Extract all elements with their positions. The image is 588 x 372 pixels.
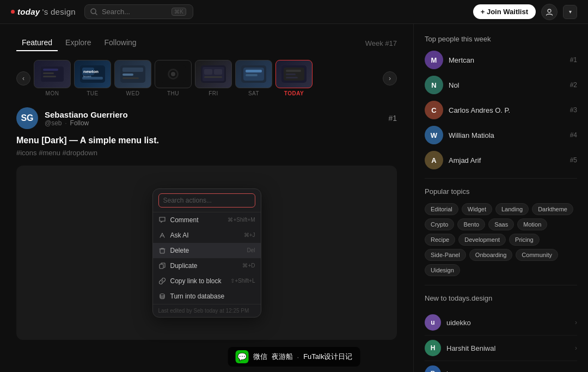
- carousel-thumb-sat: [235, 60, 272, 88]
- menu-item-turn-into-db[interactable]: Turn into database: [153, 289, 261, 304]
- carousel-day-label-mon: MON: [46, 90, 59, 96]
- post-author-handle: @seb: [45, 119, 62, 127]
- topic-onboarding[interactable]: Onboarding: [469, 249, 513, 261]
- search-shortcut: ⌘K: [171, 8, 186, 16]
- comment-icon: [158, 216, 166, 224]
- menu-item-label-comment: Comment: [170, 216, 224, 224]
- new-user-avatar-uidekko: u: [425, 314, 441, 331]
- svg-rect-6: [43, 76, 56, 77]
- watermark-subtitle: FuTalk设计日记: [303, 352, 352, 362]
- carousel-day-wed[interactable]: WED: [114, 60, 151, 96]
- menu-item-label-delete: Delete: [170, 247, 243, 254]
- wechat-icon: 💬: [236, 350, 249, 363]
- topic-side-panel[interactable]: Side-Panel: [425, 249, 466, 261]
- tab-featured[interactable]: Featured: [16, 35, 58, 51]
- day-carousel: ‹ MON: [16, 60, 397, 96]
- left-panel: Featured Explore Following Week #17 ‹: [0, 24, 414, 372]
- topic-editorial[interactable]: Editorial: [425, 203, 458, 215]
- copy-link-icon: [158, 277, 166, 285]
- user-icon-button[interactable]: [541, 4, 558, 20]
- menu-item-delete[interactable]: Delete ▸ Del: [153, 243, 261, 258]
- svg-rect-5: [43, 72, 54, 74]
- menu-item-comment[interactable]: Comment ⌘+Shift+M: [153, 212, 261, 228]
- post-title-bold: Menu [Dark]: [16, 136, 66, 145]
- topic-development[interactable]: Development: [458, 234, 506, 246]
- person-row-4[interactable]: W Willian Matiola #4: [425, 126, 577, 144]
- logo: today 's design: [11, 7, 76, 16]
- topic-pricing[interactable]: Pricing: [509, 234, 540, 246]
- menu-item-kbd-copy-link: ⇧+Shift+L: [230, 278, 255, 284]
- watermark-platform: 微信: [253, 352, 267, 362]
- menu-item-kbd-delete: Del: [247, 247, 255, 253]
- ask-ai-icon: [158, 231, 166, 239]
- person-name-1: Mertcan: [449, 56, 474, 64]
- person-rank-3: #3: [570, 106, 577, 114]
- carousel-day-today[interactable]: TODAY: [275, 60, 313, 96]
- topic-uidesign[interactable]: Uidesign: [425, 264, 460, 276]
- topic-motion[interactable]: Motion: [517, 218, 547, 230]
- topics-grid: Editorial Widget Landing Darktheme Crypt…: [425, 203, 577, 276]
- new-user-boyce[interactable]: B boyce ›: [425, 361, 577, 372]
- person-name-4: Willian Matiola: [449, 131, 494, 139]
- user-icon: [546, 8, 553, 16]
- tab-explore[interactable]: Explore: [60, 35, 96, 51]
- thu-preview-icon: [160, 64, 187, 84]
- join-waitlist-button[interactable]: + Join Waitlist: [473, 4, 536, 19]
- follow-button[interactable]: Follow: [70, 119, 89, 127]
- person-row-3[interactable]: C Carlos Andres O. P. #3: [425, 101, 577, 119]
- menu-search-area: [153, 189, 261, 212]
- carousel-thumb-thu: [155, 60, 192, 88]
- menu-item-copy-link[interactable]: Copy link to block ⇧+Shift+L: [153, 273, 261, 289]
- post-author-info: Sebastiano Guerriero @seb · Follow: [45, 110, 128, 127]
- new-users-title: New to todays.design: [425, 294, 577, 302]
- topic-darktheme[interactable]: Darktheme: [532, 203, 573, 215]
- menu-footer: Last edited by Seb today at 12:25 PM: [153, 304, 261, 317]
- new-user-name-harshit: Harshit Beniwal: [446, 344, 495, 352]
- carousel-next-button[interactable]: ›: [383, 71, 397, 86]
- svg-point-36: [160, 294, 164, 296]
- svg-rect-22: [204, 69, 212, 75]
- topic-widget[interactable]: Widget: [462, 203, 492, 215]
- new-user-harshit[interactable]: H Harshit Beniwal ›: [425, 336, 577, 361]
- carousel-day-fri[interactable]: FRI: [195, 60, 232, 96]
- menu-item-duplicate[interactable]: Duplicate ⌘+D: [153, 258, 261, 273]
- search-bar[interactable]: ⌘K: [84, 4, 193, 19]
- carousel-thumb-tue: newton lessen: [74, 60, 111, 88]
- tab-following[interactable]: Following: [99, 35, 142, 51]
- svg-rect-23: [214, 69, 222, 75]
- person-row-5[interactable]: A Amjad Arif #5: [425, 151, 577, 169]
- person-rank-5: #5: [570, 156, 577, 164]
- menu-item-ask-ai[interactable]: Ask AI ⌘+J: [153, 228, 261, 243]
- watermark-channel: 夜游船: [272, 352, 293, 362]
- person-row-1[interactable]: M Mertcan #1: [425, 51, 577, 69]
- topic-crypto[interactable]: Crypto: [425, 218, 454, 230]
- svg-rect-13: [122, 68, 143, 72]
- new-user-uidekko[interactable]: u uidekko ›: [425, 310, 577, 336]
- carousel-day-thu[interactable]: THU: [155, 60, 192, 96]
- carousel-day-sat[interactable]: SAT: [235, 60, 272, 96]
- topic-saas[interactable]: Saas: [488, 218, 514, 230]
- carousel-day-tue[interactable]: newton lessen TUE: [74, 60, 111, 96]
- topic-bento[interactable]: Bento: [457, 218, 485, 230]
- wed-preview-icon: [119, 64, 146, 84]
- person-row-2[interactable]: N Nol #2: [425, 76, 577, 94]
- person-avatar-3: C: [425, 101, 443, 119]
- topic-community[interactable]: Community: [516, 249, 558, 261]
- delete-icon: [158, 247, 166, 254]
- svg-rect-31: [286, 70, 301, 72]
- svg-text:newton: newton: [83, 69, 99, 74]
- tabs: Featured Explore Following Week #17: [16, 35, 397, 51]
- svg-rect-24: [204, 76, 222, 78]
- main-layout: Featured Explore Following Week #17 ‹: [0, 24, 588, 372]
- person-name-5: Amjad Arif: [449, 156, 481, 164]
- menu-search-input[interactable]: [158, 193, 255, 208]
- search-input[interactable]: [102, 8, 167, 16]
- topic-recipe[interactable]: Recipe: [425, 234, 455, 246]
- carousel-day-mon[interactable]: MON: [34, 60, 71, 96]
- logo-today: today: [17, 7, 40, 16]
- carousel-prev-button[interactable]: ‹: [16, 71, 30, 86]
- chevron-down-button[interactable]: ▾: [563, 5, 577, 19]
- carousel-thumb-fri: [195, 60, 232, 88]
- topic-landing[interactable]: Landing: [495, 203, 529, 215]
- chevron-down-icon: ▾: [569, 9, 572, 15]
